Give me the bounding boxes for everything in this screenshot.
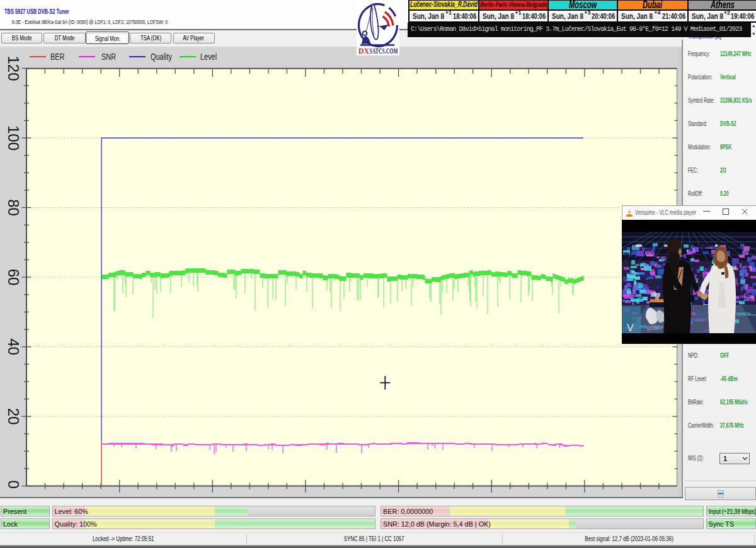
svg-text:SATCS.COM: SATCS.COM xyxy=(370,47,398,55)
svg-text:20: 20 xyxy=(5,408,22,425)
svg-text:DX: DX xyxy=(358,47,369,55)
svg-text:0: 0 xyxy=(5,480,22,488)
svg-text:80: 80 xyxy=(5,199,22,216)
svg-text:5: 5 xyxy=(743,292,749,303)
svg-text:100: 100 xyxy=(5,125,22,151)
svg-text:40: 40 xyxy=(5,338,22,355)
svg-text:60: 60 xyxy=(5,269,22,286)
svg-text:V: V xyxy=(627,323,634,333)
svg-text:120: 120 xyxy=(5,55,22,81)
